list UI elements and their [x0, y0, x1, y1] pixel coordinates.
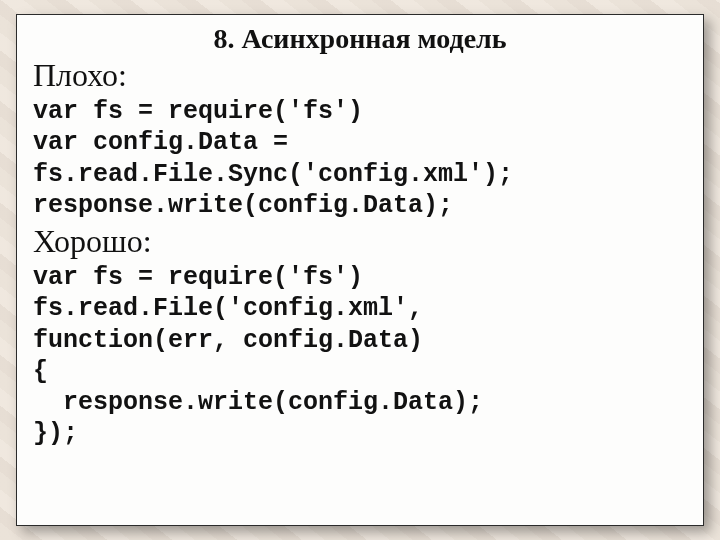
good-code-block: var fs = require('fs') fs.read.File('con… — [33, 262, 687, 450]
bad-code-block: var fs = require('fs') var config.Data =… — [33, 96, 687, 221]
slide-card: 8. Асинхронная модель Плохо: var fs = re… — [16, 14, 704, 526]
slide-background: 8. Асинхронная модель Плохо: var fs = re… — [0, 0, 720, 540]
good-label: Хорошо: — [33, 223, 687, 260]
slide-title: 8. Асинхронная модель — [33, 23, 687, 55]
bad-label: Плохо: — [33, 57, 687, 94]
